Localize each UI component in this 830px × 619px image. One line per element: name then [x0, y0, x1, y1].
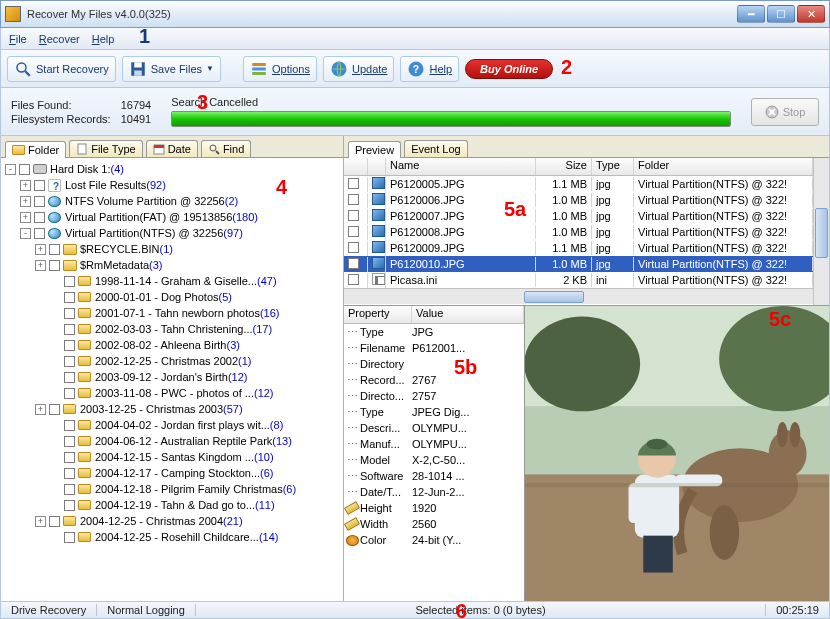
checkbox[interactable]	[64, 484, 75, 495]
maximize-button[interactable]: ☐	[767, 5, 795, 23]
expander-icon[interactable]: +	[35, 244, 46, 255]
checkbox[interactable]	[64, 388, 75, 399]
expander-icon[interactable]: +	[20, 180, 31, 191]
update-button[interactable]: Update	[323, 56, 394, 82]
file-row[interactable]: P6120005.JPG1.1 MBjpgVirtual Partition(N…	[344, 176, 813, 192]
property-row[interactable]: ⋯FilenameP612001...	[344, 340, 524, 356]
tab-file-type[interactable]: File Type	[69, 140, 142, 157]
menu-recover[interactable]: Recover	[39, 33, 80, 45]
col-name[interactable]: Name	[386, 158, 536, 175]
tree-node[interactable]: 2003-09-12 - Jordan's Birth (12)	[5, 369, 339, 385]
tab-folder[interactable]: Folder	[5, 141, 66, 158]
property-row[interactable]: ⋯Descri...OLYMPU...	[344, 420, 524, 436]
tree-node[interactable]: 2002-03-03 - Tahn Christening... (17)	[5, 321, 339, 337]
tree-node[interactable]: 2004-12-18 - Pilgrim Family Christmas (6…	[5, 481, 339, 497]
property-row[interactable]: ⋯ModelX-2,C-50...	[344, 452, 524, 468]
tree-node[interactable]: +2004-12-25 - Christmas 2004 (21)	[5, 513, 339, 529]
tree-node[interactable]: +$RECYCLE.BIN (1)	[5, 241, 339, 257]
file-row[interactable]: P6120008.JPG1.0 MBjpgVirtual Partition(N…	[344, 224, 813, 240]
file-list[interactable]: Name Size Type Folder P6120005.JPG1.1 MB…	[344, 158, 829, 306]
properties-list[interactable]: ⋯TypeJPG⋯FilenameP612001...⋯Directory⋯Re…	[344, 324, 524, 601]
checkbox[interactable]	[64, 276, 75, 287]
col-value[interactable]: Value	[412, 306, 524, 323]
tree-node[interactable]: +Virtual Partition(FAT) @ 19513856 (180)	[5, 209, 339, 225]
expander-icon[interactable]: +	[20, 196, 31, 207]
checkbox[interactable]	[64, 468, 75, 479]
property-row[interactable]: ⋯Software28-1014 ...	[344, 468, 524, 484]
property-row[interactable]: Height1920	[344, 500, 524, 516]
tab-find[interactable]: Find	[201, 140, 251, 157]
tree-node[interactable]: 2004-12-19 - Tahn & Dad go to... (11)	[5, 497, 339, 513]
checkbox[interactable]	[64, 356, 75, 367]
minimize-button[interactable]: ━	[737, 5, 765, 23]
checkbox[interactable]	[49, 516, 60, 527]
file-row[interactable]: P6120010.JPG1.0 MBjpgVirtual Partition(N…	[344, 256, 813, 272]
tree-node[interactable]: +NTFS Volume Partition @ 32256 (2)	[5, 193, 339, 209]
tab-date[interactable]: Date	[146, 140, 198, 157]
checkbox[interactable]	[64, 372, 75, 383]
tree-node[interactable]: 1998-11-14 - Graham & Giselle... (47)	[5, 273, 339, 289]
tree-node[interactable]: 2004-12-15 - Santas Kingdom ... (10)	[5, 449, 339, 465]
tree-node[interactable]: 2001-07-1 - Tahn newborn photos (16)	[5, 305, 339, 321]
col-size[interactable]: Size	[536, 158, 592, 175]
checkbox[interactable]	[19, 164, 30, 175]
checkbox[interactable]	[348, 178, 359, 189]
folder-tree[interactable]: -Hard Disk 1: (4)+Lost File Results (92)…	[1, 158, 343, 601]
expander-icon[interactable]: +	[35, 516, 46, 527]
property-row[interactable]: ⋯Directo...2757	[344, 388, 524, 404]
checkbox[interactable]	[34, 212, 45, 223]
tree-node[interactable]: -Virtual Partition(NTFS) @ 32256 (97)	[5, 225, 339, 241]
close-button[interactable]: ✕	[797, 5, 825, 23]
file-list-vscroll[interactable]	[813, 158, 829, 305]
tree-node[interactable]: +Lost File Results (92)	[5, 177, 339, 193]
checkbox[interactable]	[64, 500, 75, 511]
expander-icon[interactable]: +	[35, 404, 46, 415]
property-row[interactable]: ⋯Manuf...OLYMPU...	[344, 436, 524, 452]
tree-node[interactable]: 2002-12-25 - Christmas 2002 (1)	[5, 353, 339, 369]
checkbox[interactable]	[64, 308, 75, 319]
checkbox[interactable]	[348, 274, 359, 285]
checkbox[interactable]	[49, 260, 60, 271]
checkbox[interactable]	[64, 436, 75, 447]
tree-node[interactable]: 2004-12-25 - Rosehill Childcare... (14)	[5, 529, 339, 545]
save-files-button[interactable]: Save Files ▼	[122, 56, 221, 82]
tree-node[interactable]: 2002-08-02 - Ahleena Birth (3)	[5, 337, 339, 353]
help-button[interactable]: ? Help	[400, 56, 459, 82]
checkbox[interactable]	[34, 228, 45, 239]
property-row[interactable]: ⋯Record...2767	[344, 372, 524, 388]
property-row[interactable]: ⋯TypeJPG	[344, 324, 524, 340]
checkbox[interactable]	[49, 244, 60, 255]
tree-node[interactable]: 2000-01-01 - Dog Photos (5)	[5, 289, 339, 305]
checkbox[interactable]	[348, 210, 359, 221]
file-row[interactable]: Picasa.ini2 KBiniVirtual Partition(NTFS)…	[344, 272, 813, 288]
tree-node[interactable]: +2003-12-25 - Christmas 2003 (57)	[5, 401, 339, 417]
tree-node[interactable]: 2004-04-02 - Jordan first plays wit... (…	[5, 417, 339, 433]
property-row[interactable]: ⋯Directory	[344, 356, 524, 372]
property-row[interactable]: Width2560	[344, 516, 524, 532]
checkbox[interactable]	[49, 404, 60, 415]
checkbox[interactable]	[64, 532, 75, 543]
menu-file[interactable]: File	[9, 33, 27, 45]
tree-node[interactable]: 2004-06-12 - Australian Reptile Park (13…	[5, 433, 339, 449]
property-row[interactable]: Color24-bit (Y...	[344, 532, 524, 548]
checkbox[interactable]	[348, 258, 359, 269]
tree-node[interactable]: +$RmMetadata (3)	[5, 257, 339, 273]
col-type[interactable]: Type	[592, 158, 634, 175]
checkbox[interactable]	[348, 194, 359, 205]
checkbox[interactable]	[34, 180, 45, 191]
file-row[interactable]: P6120006.JPG1.0 MBjpgVirtual Partition(N…	[344, 192, 813, 208]
file-row[interactable]: P6120007.JPG1.0 MBjpgVirtual Partition(N…	[344, 208, 813, 224]
expander-icon[interactable]: +	[20, 212, 31, 223]
tree-node[interactable]: 2003-11-08 - PWC - photos of ... (12)	[5, 385, 339, 401]
buy-online-button[interactable]: Buy Online	[465, 59, 553, 79]
expander-icon[interactable]: +	[35, 260, 46, 271]
checkbox[interactable]	[64, 452, 75, 463]
start-recovery-button[interactable]: Start Recovery	[7, 56, 116, 82]
tree-node[interactable]: -Hard Disk 1: (4)	[5, 161, 339, 177]
checkbox[interactable]	[64, 324, 75, 335]
checkbox[interactable]	[348, 242, 359, 253]
checkbox[interactable]	[64, 292, 75, 303]
expander-icon[interactable]: -	[5, 164, 16, 175]
tab-event-log[interactable]: Event Log	[404, 140, 468, 157]
col-property[interactable]: Property	[344, 306, 412, 323]
